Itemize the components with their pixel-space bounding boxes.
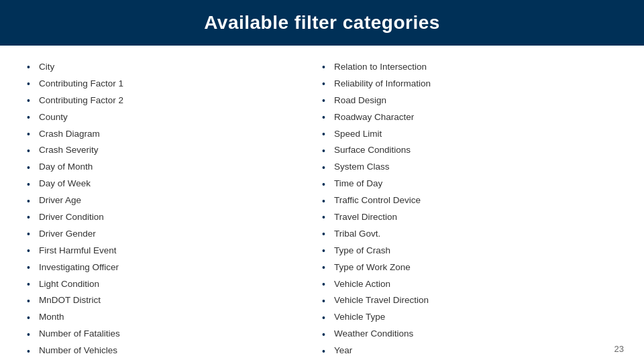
slide-title: Available filter categories — [204, 12, 440, 34]
item-label: Relation to Intersection — [334, 61, 427, 74]
item-label: System Class — [334, 161, 390, 174]
bullet-icon: • — [27, 347, 34, 356]
bullet-icon: • — [27, 79, 34, 88]
bullet-icon: • — [322, 180, 329, 189]
item-label: Driver Condition — [39, 211, 104, 224]
item-label: Day of Week — [39, 178, 91, 190]
list-item: •Day of Month — [27, 159, 322, 176]
right-column: •Relation to Intersection•Reliability of… — [322, 59, 617, 359]
slide: Available filter categories •City•Contri… — [0, 0, 644, 362]
list-item: •Type of Crash — [322, 243, 617, 259]
list-item: •Vehicle Action — [322, 276, 617, 293]
bullet-icon: • — [322, 213, 329, 222]
bullet-icon: • — [322, 196, 329, 206]
item-label: MnDOT District — [39, 294, 101, 307]
item-label: Vehicle Type — [334, 311, 385, 324]
bullet-icon: • — [27, 246, 34, 255]
list-item: •Speed Limit — [322, 126, 617, 143]
bullet-icon: • — [27, 280, 34, 289]
list-item: •Driver Gender — [27, 226, 322, 243]
list-item: •Day of Week — [27, 176, 322, 192]
item-label: Surface Conditions — [334, 144, 411, 157]
bullet-icon: • — [322, 96, 329, 105]
item-label: City — [39, 61, 54, 74]
bullet-icon: • — [322, 79, 329, 88]
bullet-icon: • — [27, 263, 34, 272]
list-item: •Travel Direction — [322, 209, 617, 226]
list-item: •System Class — [322, 159, 617, 176]
list-item: •Reliability of Information — [322, 76, 617, 93]
bullet-icon: • — [322, 296, 329, 306]
bullet-icon: • — [27, 229, 34, 239]
item-label: Travel Direction — [334, 211, 397, 224]
bullet-icon: • — [27, 196, 34, 206]
item-label: Investigating Officer — [39, 261, 119, 274]
item-label: Contributing Factor 2 — [39, 95, 123, 107]
bullet-icon: • — [27, 330, 34, 339]
list-item: •MnDOT District — [27, 292, 322, 309]
bullet-icon: • — [322, 330, 329, 339]
bullet-icon: • — [27, 129, 34, 139]
list-item: •Contributing Factor 2 — [27, 93, 322, 109]
list-item: •Month — [27, 309, 322, 326]
content-area: •City•Contributing Factor 1•Contributing… — [0, 46, 644, 362]
bullet-icon: • — [27, 113, 34, 122]
bullet-icon: • — [27, 313, 34, 322]
item-label: Type of Work Zone — [334, 261, 411, 274]
item-label: Road Design — [334, 95, 386, 107]
list-item: •Number of Vehicles — [27, 343, 322, 359]
list-item: •Traffic Control Device — [322, 192, 617, 209]
list-item: •Vehicle Type — [322, 309, 617, 326]
item-label: First Harmful Event — [39, 245, 117, 257]
bullet-icon: • — [27, 146, 34, 156]
bullet-icon: • — [27, 213, 34, 222]
list-item: •Road Design — [322, 93, 617, 109]
item-label: Traffic Control Device — [334, 194, 421, 207]
bullet-icon: • — [27, 296, 34, 306]
item-label: Driver Age — [39, 194, 81, 207]
item-label: Type of Crash — [334, 245, 390, 257]
item-label: Tribal Govt. — [334, 228, 380, 241]
bullet-icon: • — [322, 146, 329, 156]
item-label: Vehicle Action — [334, 278, 390, 291]
item-label: Driver Gender — [39, 228, 96, 241]
list-item: •Relation to Intersection — [322, 59, 617, 76]
page-number: 23 — [614, 344, 624, 354]
list-item: •Crash Severity — [27, 142, 322, 159]
bullet-icon: • — [322, 113, 329, 122]
list-item: •Time of Day — [322, 176, 617, 192]
bullet-icon: • — [27, 163, 34, 172]
list-item: •Light Condition — [27, 276, 322, 293]
item-label: Year — [334, 345, 352, 357]
bullet-icon: • — [322, 313, 329, 322]
item-label: Vehicle Travel Direction — [334, 294, 429, 307]
item-label: Contributing Factor 1 — [39, 78, 123, 90]
bullet-icon: • — [27, 96, 34, 105]
item-label: Number of Vehicles — [39, 345, 117, 357]
item-label: Time of Day — [334, 178, 382, 190]
bullet-icon: • — [322, 163, 329, 172]
item-label: Day of Month — [39, 161, 93, 174]
list-item: •Tribal Govt. — [322, 226, 617, 243]
bullet-icon: • — [322, 347, 329, 356]
list-item: •Weather Conditions — [322, 326, 617, 343]
bullet-icon: • — [27, 62, 34, 72]
list-item: •Driver Condition — [27, 209, 322, 226]
item-label: Roadway Character — [334, 111, 414, 124]
bullet-icon: • — [322, 280, 329, 289]
item-label: Number of Fatalities — [39, 328, 120, 341]
list-item: •Year — [322, 343, 617, 359]
list-item: •Type of Work Zone — [322, 259, 617, 276]
item-label: Speed Limit — [334, 128, 382, 141]
item-label: Month — [39, 311, 64, 324]
list-item: •Crash Diagram — [27, 126, 322, 143]
list-item: •City — [27, 59, 322, 76]
list-item: •Number of Fatalities — [27, 326, 322, 343]
list-item: •Roadway Character — [322, 109, 617, 126]
list-item: •Contributing Factor 1 — [27, 76, 322, 93]
header: Available filter categories — [0, 0, 644, 46]
item-label: Crash Diagram — [39, 128, 100, 141]
bullet-icon: • — [322, 246, 329, 255]
item-label: Crash Severity — [39, 144, 99, 157]
bullet-icon: • — [27, 180, 34, 189]
